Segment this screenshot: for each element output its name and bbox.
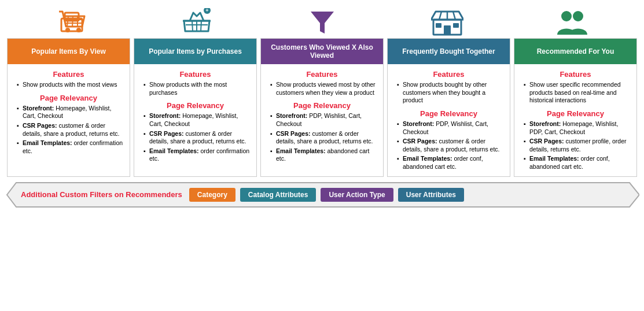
cart-icon-cell (9, 6, 134, 36)
col-recommended: Recommended For You Features Show user s… (514, 38, 637, 177)
feature-item: Show user specific recommended products … (524, 81, 632, 105)
col-popular-view: Popular Items By View Features Show prod… (7, 38, 130, 177)
svg-rect-18 (444, 25, 451, 35)
relevancy-item: Email Templates: order conf, abandoned c… (524, 155, 632, 171)
feature-item: Show products bought by other customers … (397, 81, 505, 105)
relevancy-item: Email Templates: order confirmation etc. (143, 147, 252, 163)
filter-badge-category: Category (189, 188, 235, 202)
columns-row: Popular Items By View Features Show prod… (5, 38, 639, 177)
features-title-4: Features (519, 70, 632, 79)
people-icon-cell (510, 6, 635, 36)
filter-badge-user-action: User Action Type (321, 188, 393, 202)
store-icon (431, 8, 463, 36)
relevancy-item: Email Templates: order conf, abandoned c… (397, 155, 505, 171)
col-popular-view-header: Popular Items By View (8, 39, 130, 64)
basket-icon-cell: + (134, 6, 259, 36)
svg-point-4 (76, 28, 81, 32)
filter-bar: Additional Custom Filters on Recommender… (5, 180, 639, 209)
relevancy-item: CSR Pages: customer & order details, sha… (270, 130, 378, 146)
relevancy-item: Storefront: Homepage, Wishlist, Cart, Ch… (143, 112, 252, 128)
col-also-viewed-body: Features Show products viewed most by ot… (261, 64, 383, 176)
relevancy-list-2: Storefront: PDP, Wishlist, Cart, Checkou… (266, 112, 378, 163)
features-list-1: Show products with the most purchases (139, 81, 252, 97)
main-container: + (0, 0, 644, 214)
relevancy-title-3: Page Relevancy (392, 109, 505, 118)
feature-item: Show products viewed most by other custo… (270, 81, 378, 97)
col-popular-purchase-body: Features Show products with the most pur… (134, 64, 256, 176)
col-bought-together: Frequently Bought Together Features Show… (387, 38, 510, 177)
col-popular-view-body: Features Show products with the most vie… (8, 64, 130, 176)
relevancy-title-0: Page Relevancy (12, 94, 125, 102)
relevancy-title-2: Page Relevancy (266, 101, 378, 110)
relevancy-item: Email Templates: abandoned cart etc. (270, 147, 378, 163)
cart-icon (57, 8, 87, 36)
features-list-4: Show user specific recommended products … (519, 81, 632, 105)
filter-bar-content: Additional Custom Filters on Recommender… (5, 180, 639, 209)
relevancy-list-4: Storefront: Homepage, Wishlist, PDP, Car… (519, 120, 632, 171)
relevancy-list-0: Storefront: Homepage, Wishlist, Cart, Ch… (12, 105, 125, 156)
basket-icon: + (182, 8, 212, 36)
feature-item: Show products with the most purchases (143, 81, 252, 97)
relevancy-item: CSR Pages: customer & order details, sha… (143, 130, 252, 146)
relevancy-item: Storefront: Homepage, Wishlist, PDP, Car… (524, 120, 632, 136)
col-popular-purchase-header: Popular Items by Purchases (134, 39, 256, 64)
filter-badge-user-attributes: User Attributes (398, 188, 464, 202)
features-list-3: Show products bought by other customers … (392, 81, 505, 105)
col-also-viewed-header: Customers Who Viewed X Also Viewed (261, 39, 383, 64)
relevancy-item: CSR Pages: customer profile, order detai… (524, 138, 632, 153)
relevancy-list-3: Storefront: PDP, Wishlist, Cart, Checkou… (392, 120, 505, 171)
svg-text:+: + (206, 8, 209, 13)
filter-badge-catalog: Catalog Attributes (240, 188, 317, 202)
svg-line-23 (453, 12, 455, 20)
relevancy-list-1: Storefront: Homepage, Wishlist, Cart, Ch… (139, 112, 252, 163)
relevancy-item: Storefront: Homepage, Wishlist, Cart, Ch… (17, 105, 125, 120)
col-recommended-body: Features Show user specific recommended … (514, 64, 636, 176)
icons-row: + (5, 6, 639, 38)
filter-bar-label: Additional Custom Filters on Recommender… (21, 190, 182, 199)
features-title-3: Features (392, 70, 505, 79)
svg-line-11 (192, 21, 193, 31)
relevancy-item: CSR Pages: customer & order details, sha… (397, 138, 505, 153)
col-recommended-header: Recommended For You (514, 39, 636, 64)
svg-rect-20 (453, 23, 459, 28)
svg-point-3 (65, 28, 70, 32)
relevancy-item: Email Templates: order confirmation etc. (17, 139, 125, 155)
col-popular-purchase: Popular Items by Purchases Features Show… (134, 38, 257, 177)
svg-point-24 (561, 11, 572, 21)
features-title-1: Features (139, 70, 252, 79)
relevancy-item: Storefront: PDP, Wishlist, Cart, Checkou… (397, 120, 505, 136)
relevancy-item: Storefront: PDP, Wishlist, Cart, Checkou… (270, 112, 378, 128)
relevancy-item: CSR Pages: customer & order details, sha… (17, 122, 125, 138)
svg-rect-19 (436, 23, 441, 28)
svg-point-25 (573, 11, 583, 21)
features-title-0: Features (12, 70, 125, 79)
relevancy-title-4: Page Relevancy (519, 109, 632, 118)
svg-line-21 (439, 12, 441, 20)
store-icon-cell (385, 6, 510, 36)
funnel-icon-cell (259, 6, 384, 36)
svg-line-13 (201, 21, 201, 31)
col-also-viewed: Customers Who Viewed X Also Viewed Featu… (260, 38, 384, 177)
features-list-0: Show products with the most views (12, 81, 125, 89)
svg-line-6 (72, 16, 73, 27)
features-list-2: Show products viewed most by other custo… (266, 81, 378, 97)
features-title-2: Features (266, 70, 378, 79)
col-bought-together-body: Features Show products bought by other c… (388, 64, 510, 176)
feature-item: Show products with the most views (17, 81, 125, 89)
col-bought-together-header: Frequently Bought Together (388, 39, 510, 64)
relevancy-title-1: Page Relevancy (139, 101, 252, 110)
people-icon (555, 8, 590, 36)
funnel-icon (308, 8, 336, 36)
